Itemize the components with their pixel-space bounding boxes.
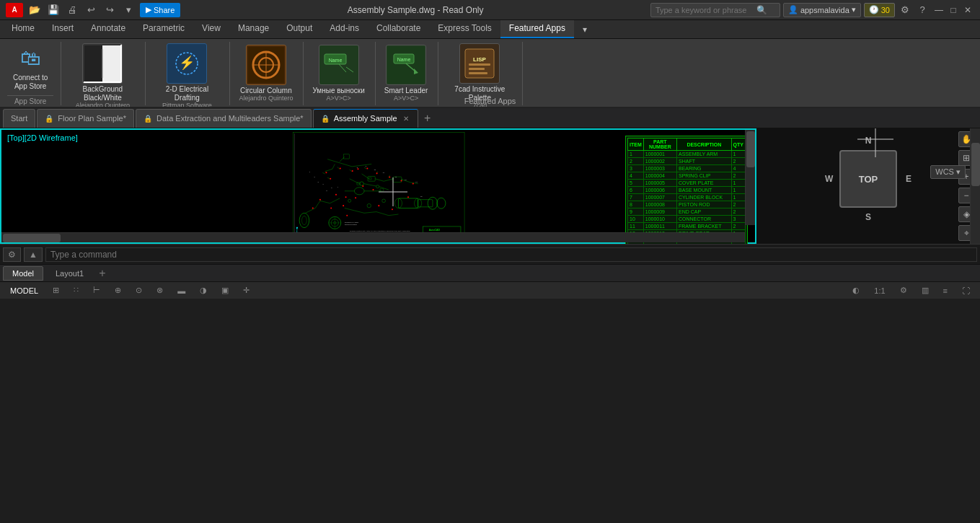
data-tab-label: Data Extraction and Multileaders Sample* [156, 114, 304, 123]
layout1-tab[interactable]: Layout1 [46, 266, 93, 281]
doc-tab-data[interactable]: 🔒 Data Extraction and Multileaders Sampl… [136, 109, 312, 128]
tab-output[interactable]: Output [278, 20, 321, 38]
drawing-hscrollbar[interactable] [1, 232, 745, 242]
connect-label: Connect toApp Store [13, 74, 48, 91]
svg-text:Name: Name [397, 57, 411, 62]
svg-point-110 [319, 199, 321, 201]
workspace-button[interactable]: ⚙ [896, 285, 911, 296]
minimize-button[interactable]: — [932, 4, 945, 17]
tab-addins[interactable]: Add-ins [321, 20, 368, 38]
svg-text:AutoCAD: AutoCAD [429, 229, 441, 232]
doc-tab-assembly[interactable]: 🔒 Assembly Sample ✕ [313, 109, 418, 128]
app-lead-author: A>V>C> [394, 95, 418, 102]
lineweight-button[interactable]: ▬ [173, 286, 190, 296]
close-button[interactable]: ✕ [961, 4, 974, 17]
cmdline-settings-button[interactable]: ⚙ [3, 247, 21, 262]
ortho-button[interactable]: ⊢ [89, 285, 105, 296]
fullscreen-button[interactable]: ⛶ [958, 286, 974, 296]
drawing-area[interactable]: [Top][2D Wireframe] ITEMPART NUMBERDESCR… [0, 128, 756, 244]
compass-south: S [865, 212, 871, 222]
isolate-button[interactable]: ◐ [848, 285, 864, 296]
clock-icon: 🕐 [869, 5, 879, 14]
tab-parametric[interactable]: Parametric [134, 20, 193, 38]
grid-button[interactable]: ⊞ [48, 285, 63, 296]
hscroll-thumb[interactable] [3, 234, 61, 242]
user-button[interactable]: 👤 appsmalavida ▾ [783, 3, 861, 17]
svg-rect-27 [291, 130, 465, 242]
statusbar-right: ◐ 1:1 ⚙ ▥ ≡ ⛶ [848, 285, 974, 296]
connect-appstore-button[interactable]: 🛍 Connect toApp Store [7, 42, 53, 94]
hardware-button[interactable]: ▥ [917, 285, 933, 296]
tab-annotate[interactable]: Annotate [82, 20, 134, 38]
add-tab-button[interactable]: + [420, 110, 436, 126]
featured-apps-label: Featured Apps [464, 97, 516, 105]
search-box[interactable]: 🔍 [650, 3, 780, 17]
model-tab[interactable]: Model [3, 266, 43, 281]
nav-cube-button[interactable]: TOP [839, 150, 897, 208]
share-button[interactable]: ▶ Share [140, 3, 180, 17]
statusbar: MODEL ⊞ ∷ ⊢ ⊕ ⊙ ⊗ ▬ ◑ ▣ ✛ ◐ 1:1 ⚙ ▥ ≡ ⛶ [0, 281, 980, 299]
doc-tab-start[interactable]: Start [3, 109, 35, 128]
svg-point-98 [345, 196, 347, 198]
app-circ-author: Alejandro Quintero [239, 95, 293, 102]
wcs-button[interactable]: WCS ▾ [930, 165, 966, 179]
right-vscrollbar[interactable] [970, 128, 980, 244]
svg-text:⚡: ⚡ [179, 55, 195, 71]
app-bg-bw-button[interactable]: BackGround Black/White Alejandro Quinter… [67, 42, 138, 108]
right-vscroll-thumb[interactable] [971, 143, 980, 186]
vscroll-thumb[interactable] [746, 131, 755, 167]
assembly-lock-icon: 🔒 [321, 115, 330, 123]
doc-tab-floor[interactable]: 🔒 Floor Plan Sample* [37, 109, 134, 128]
open-file-icon[interactable]: 📂 [27, 3, 42, 17]
otrack-button[interactable]: ⊗ [152, 285, 167, 296]
tab-featured[interactable]: Featured Apps [500, 20, 574, 38]
svg-point-109 [407, 196, 409, 198]
titlebar-title: Assembly Sample.dwg - Read Only [180, 5, 650, 15]
gizmo-button[interactable]: ✛ [239, 285, 254, 296]
tab-express[interactable]: Express Tools [429, 20, 500, 38]
tray-settings-button[interactable]: ≡ [939, 286, 952, 296]
viewport-label: [Top][2D Wireframe] [7, 133, 78, 142]
titlebar-right: 🔍 👤 appsmalavida ▾ 🕐 30 ⚙ ? — □ ✕ [650, 3, 974, 17]
tab-insert[interactable]: Insert [43, 20, 82, 38]
app-lead-button[interactable]: Name Smart Leader A>V>C> [381, 43, 431, 104]
svg-text:LISP: LISP [474, 56, 487, 63]
maximize-button[interactable]: □ [947, 4, 960, 17]
annotationscale-button[interactable]: 1:1 [870, 286, 889, 296]
svg-rect-1 [102, 45, 120, 82]
tab-view[interactable]: View [193, 20, 229, 38]
settings-icon[interactable]: ⚙ [898, 3, 912, 17]
transparency-button[interactable]: ◑ [195, 285, 211, 296]
clock-button[interactable]: 🕐 30 [864, 3, 895, 17]
search-input[interactable] [655, 6, 756, 14]
tab-home[interactable]: Home [3, 20, 43, 38]
svg-rect-0 [84, 45, 102, 82]
dropdown-icon[interactable]: ▾ [121, 3, 136, 17]
tab-collaborate[interactable]: Collaborate [368, 20, 429, 38]
app-elec-button[interactable]: ⚡ 2-D Electrical Drafting Pittman Softwa… [151, 42, 222, 108]
app-bg-bw-icon [82, 43, 123, 84]
model-label[interactable]: MODEL [6, 286, 43, 296]
add-layout-button[interactable]: + [96, 267, 108, 280]
save-icon[interactable]: 💾 [46, 3, 61, 17]
appstore-label: App Store [7, 95, 53, 105]
cmdline-history-button[interactable]: ▲ [24, 247, 43, 262]
app-rus-button[interactable]: Name Умные выноски A>V>C> [309, 43, 367, 104]
nav-cube-label: TOP [859, 174, 878, 185]
polar-button[interactable]: ⊕ [110, 285, 125, 296]
app-lead-group: Name Smart Leader A>V>C> [379, 42, 439, 105]
user-dropdown-icon: ▾ [852, 5, 856, 14]
help-icon[interactable]: ? [915, 3, 930, 17]
selection-button[interactable]: ▣ [217, 285, 233, 296]
tab-extra[interactable]: ▾ [577, 22, 593, 38]
assembly-close-button[interactable]: ✕ [402, 115, 410, 123]
command-input[interactable] [45, 247, 977, 262]
plot-icon[interactable]: 🖨 [65, 3, 79, 17]
app-circ-button[interactable]: Circular Column Alejandro Quintero [236, 43, 296, 104]
undo-icon[interactable]: ↩ [84, 3, 98, 17]
osnap-button[interactable]: ⊙ [131, 285, 146, 296]
snap-button[interactable]: ∷ [69, 285, 83, 296]
drawing-vscrollbar[interactable] [745, 130, 755, 225]
redo-icon[interactable]: ↪ [102, 3, 117, 17]
tab-manage[interactable]: Manage [229, 20, 278, 38]
